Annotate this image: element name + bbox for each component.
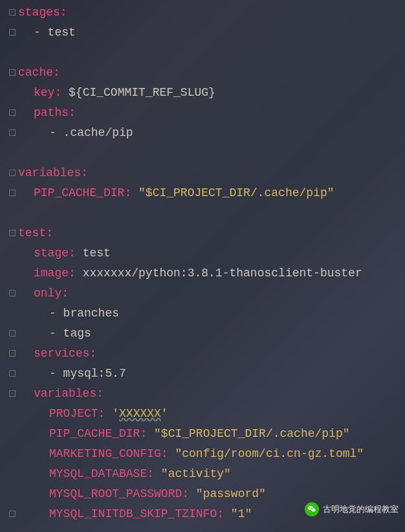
- code-line: only:: [18, 283, 405, 304]
- code-line: MARKETING_CONFIG: "config/room/ci.cn-gz.…: [18, 444, 405, 464]
- code-line: PROJECT: 'XXXXXX': [18, 404, 405, 424]
- code-line: variables:: [18, 384, 405, 404]
- fold-icon[interactable]: [9, 290, 16, 296]
- code-line: PIP_CACHE_DIR: "$CI_PROJECT_DIR/.cache/p…: [18, 424, 405, 444]
- wechat-icon: [305, 502, 319, 516]
- fold-icon[interactable]: [9, 330, 16, 337]
- watermark-text: 古明地觉的编程教室: [323, 499, 399, 519]
- code-line: services:: [18, 344, 405, 364]
- fold-icon[interactable]: [9, 9, 16, 16]
- code-line: - mysql:5.7: [18, 364, 405, 384]
- code-line: - test: [18, 23, 405, 43]
- code-line: PIP_CACHE_DIR: "$CI_PROJECT_DIR/.cache/p…: [18, 183, 405, 203]
- fold-icon[interactable]: [9, 109, 16, 116]
- code-line: image: xxxxxxx/python:3.8.1-thanosclient…: [18, 263, 405, 283]
- fold-icon[interactable]: [9, 29, 16, 36]
- fold-icon[interactable]: [9, 190, 16, 196]
- code-line: - tags: [18, 324, 405, 344]
- code-line: MYSQL_DATABASE: "activity": [18, 464, 405, 484]
- code-line: stages:: [18, 3, 405, 23]
- code-line: - branches: [18, 304, 405, 324]
- fold-icon[interactable]: [9, 370, 16, 377]
- watermark: 古明地觉的编程教室: [305, 499, 399, 519]
- code-line: paths:: [18, 103, 405, 123]
- fold-icon[interactable]: [9, 129, 16, 136]
- code-line: test:: [18, 223, 405, 243]
- fold-icon[interactable]: [9, 230, 16, 236]
- fold-icon[interactable]: [9, 69, 16, 76]
- code-line: cache:: [18, 63, 405, 83]
- fold-icon[interactable]: [9, 390, 16, 397]
- fold-icon[interactable]: [9, 170, 16, 176]
- fold-icon[interactable]: [9, 350, 16, 357]
- code-line: stage: test: [18, 243, 405, 263]
- code-line: key: ${CI_COMMIT_REF_SLUG}: [18, 83, 405, 103]
- fold-gutter: [0, 3, 16, 527]
- fold-icon[interactable]: [9, 511, 16, 517]
- code-line: - .cache/pip: [18, 123, 405, 143]
- code-line: variables:: [18, 163, 405, 183]
- code-editor: stages: - test cache: key: ${CI_COMMIT_R…: [0, 0, 405, 524]
